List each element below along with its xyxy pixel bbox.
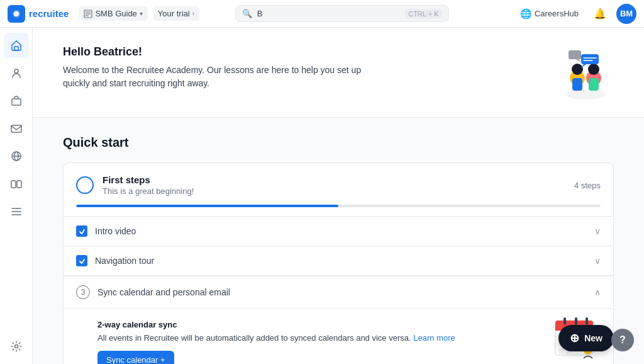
search-icon: 🔍 [242,9,252,18]
content-area: Quick start First steps This is a great … [33,118,644,364]
navigation-tour-item[interactable]: Navigation tour ∨ [64,246,613,276]
svg-rect-29 [569,50,581,59]
avatar-initials: BM [620,9,633,18]
svg-point-6 [14,69,18,73]
avatar[interactable]: BM [616,4,636,24]
new-btn-icon: ⊕ [570,331,579,345]
first-steps-subtitle: This is a great beginning! [103,186,565,196]
hero-greeting: Hello Beatrice! [63,45,390,59]
home-icon [10,39,23,52]
topbar: recruitee SMB Guide ▾ Your trial › 🔍 CTR… [0,0,644,28]
learn-more-link[interactable]: Learn more [413,333,455,343]
check-icon [79,228,86,235]
sidebar-item-settings[interactable] [4,334,29,359]
topbar-right: 🌐 CareersHub 🔔 BM [515,4,636,24]
sync-number: 3 [76,285,90,299]
trial-nav[interactable]: Your trial › [153,6,199,21]
sync-body-row: 2-way calendar sync All events in Recrui… [97,311,601,364]
new-btn-label: New [584,333,602,343]
sync-title: Sync calendar and personal email [97,287,587,297]
smb-guide-chevron: ▾ [140,10,143,17]
logo[interactable]: recruitee [8,5,69,23]
svg-rect-25 [581,54,599,64]
progress-bar-wrap [76,205,601,207]
guide-icon [84,9,92,18]
check-icon-2 [79,258,86,264]
help-icon: ? [619,334,626,346]
first-steps-count: 4 steps [574,181,601,190]
people-icon [10,67,23,79]
svg-point-23 [588,64,599,75]
logo-text: recruitee [29,8,69,19]
svg-point-17 [14,345,18,348]
smb-guide-label: SMB Guide [95,9,136,18]
sidebar-item-people[interactable] [4,60,29,86]
svg-rect-7 [12,99,21,105]
settings-icon [10,340,23,353]
svg-rect-47 [558,348,564,353]
navigation-tour-label: Navigation tour [95,256,587,266]
sidebar-item-feed[interactable] [4,199,29,224]
jobs-icon [10,94,23,107]
search-input[interactable] [257,9,401,18]
svg-rect-12 [11,181,16,188]
trial-chevron: › [192,10,194,17]
feed-icon [10,205,23,218]
svg-marker-30 [576,59,581,63]
first-steps-circle [76,176,94,194]
sync-header[interactable]: 3 Sync calendar and personal email ∧ [64,276,613,308]
sync-calendar-btn[interactable]: Sync calendar + [97,351,174,365]
main-content: Hello Beatrice! Welcome to the Recruitee… [33,28,644,364]
checklist: Intro video ∨ Navigation tour ∨ [64,216,613,364]
quick-start-title: Quick start [63,135,614,150]
sidebar [0,28,33,364]
svg-rect-34 [564,317,566,325]
intro-video-checkbox [76,225,87,237]
search-shortcut: CTRL + K [405,9,441,18]
hero-text: Hello Beatrice! Welcome to the Recruitee… [63,45,390,90]
notifications-btn[interactable]: 🔔 [590,4,610,24]
calendar-sync-desc: All events in Recruitee will be automati… [97,332,543,344]
svg-rect-21 [572,78,582,91]
navigation-tour-chevron: ∨ [594,256,601,266]
svg-rect-36 [586,317,588,325]
new-button[interactable]: ⊕ New [558,325,614,351]
calendar-sync-title: 2-way calendar sync [97,320,543,329]
sidebar-item-home[interactable] [4,33,29,58]
navigation-tour-checkbox [76,255,87,266]
svg-point-20 [572,64,583,75]
sidebar-item-network[interactable] [4,144,29,169]
first-steps-header: First steps This is a great beginning! 4… [64,163,613,196]
search-bar[interactable]: 🔍 CTRL + K [235,5,449,22]
first-steps-title: First steps [103,174,565,185]
sidebar-bottom [4,334,29,359]
bell-icon: 🔔 [594,8,606,20]
globe-icon: 🌐 [520,8,532,20]
sync-calendar-item: 3 Sync calendar and personal email ∧ 2-w… [64,276,613,364]
mail-icon [10,122,23,135]
svg-point-18 [565,89,606,100]
hero-illustration [557,45,614,102]
svg-rect-8 [11,125,21,132]
smb-guide-nav[interactable]: SMB Guide ▾ [79,6,147,21]
svg-rect-13 [17,181,21,188]
svg-rect-24 [589,78,599,91]
first-steps-card: First steps This is a great beginning! 4… [63,162,614,364]
sidebar-item-folders[interactable] [4,171,29,196]
sync-body-text: 2-way calendar sync All events in Recrui… [97,311,543,364]
logo-icon [8,5,25,23]
sidebar-item-jobs[interactable] [4,88,29,113]
help-button[interactable]: ? [611,329,634,351]
careers-hub-btn[interactable]: 🌐 CareersHub [515,6,584,22]
sidebar-item-mail[interactable] [4,116,29,141]
trial-label: Your trial [158,9,190,18]
intro-video-item[interactable]: Intro video ∨ [64,217,613,246]
first-steps-info: First steps This is a great beginning! [103,174,565,196]
sync-collapse-icon: ∧ [594,287,601,297]
careers-hub-label: CareersHub [535,9,579,18]
svg-rect-35 [575,317,577,325]
sync-body: 2-way calendar sync All events in Recrui… [64,308,613,364]
hero-section: Hello Beatrice! Welcome to the Recruitee… [33,28,644,118]
progress-bar-fill [76,205,338,207]
hero-description: Welcome to the Recruitee Academy. Our le… [63,64,390,90]
